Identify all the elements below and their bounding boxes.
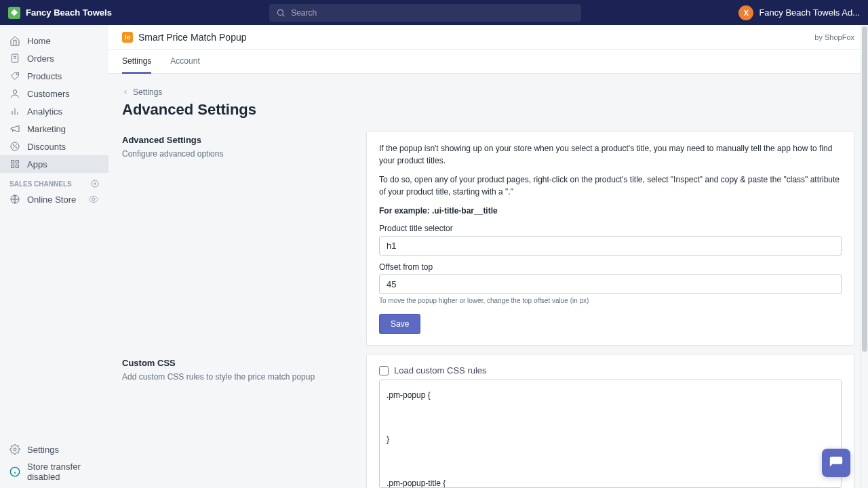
nav-apps[interactable]: Apps xyxy=(0,155,108,173)
orders-icon xyxy=(9,53,20,64)
load-css-checkbox-row[interactable]: Load custom CSS rules xyxy=(379,365,842,375)
nav-label: Analytics xyxy=(27,106,62,117)
tab-account[interactable]: Account xyxy=(170,50,199,73)
discounts-icon xyxy=(9,141,20,152)
svg-rect-17 xyxy=(16,165,18,167)
save-advanced-button[interactable]: Save xyxy=(379,314,420,334)
online-store-icon xyxy=(9,194,20,205)
chat-widget-button[interactable] xyxy=(822,449,850,477)
shopify-logo-icon xyxy=(8,7,20,19)
svg-rect-14 xyxy=(12,161,14,163)
custom-css-card: Load custom CSS rules .pm-popup { } .pm-… xyxy=(366,354,854,488)
load-css-label: Load custom CSS rules xyxy=(394,365,487,375)
view-store-icon[interactable] xyxy=(88,194,99,205)
svg-rect-15 xyxy=(16,161,18,163)
nav-label: Home xyxy=(27,36,51,46)
section-advanced-desc: Configure advanced options xyxy=(122,149,353,159)
chat-icon xyxy=(829,455,844,470)
chevron-left-icon xyxy=(122,89,129,96)
svg-point-12 xyxy=(13,144,14,145)
nav-label: Products xyxy=(27,71,62,81)
app-title: Smart Price Match Popup xyxy=(138,32,247,43)
nav-analytics[interactable]: Analytics xyxy=(0,102,108,120)
svg-point-5 xyxy=(16,74,17,75)
nav-label: Settings xyxy=(27,445,59,455)
nav-orders[interactable]: Orders xyxy=(0,49,108,67)
app-byline: by ShopFox xyxy=(814,33,854,41)
advanced-help-p2: To do so, open any of your product pages… xyxy=(379,174,842,198)
avatar: X xyxy=(738,5,753,20)
apps-icon xyxy=(9,159,20,169)
nav-label: Discounts xyxy=(27,142,66,152)
page-title: Advanced Settings xyxy=(122,101,854,119)
tabs: Settings Account xyxy=(108,50,868,74)
advanced-example: For example: .ui-title-bar__title xyxy=(379,205,842,217)
section-css-title: Custom CSS xyxy=(122,358,353,368)
nav-store-transfer[interactable]: Store transfer disabled xyxy=(0,458,108,485)
marketing-icon xyxy=(9,123,20,134)
search-placeholder: Search xyxy=(291,8,317,18)
search-input[interactable]: Search xyxy=(269,4,581,22)
tab-settings[interactable]: Settings xyxy=(122,50,151,74)
nav-online-store[interactable]: Online Store xyxy=(0,190,108,208)
breadcrumb-back[interactable]: Settings xyxy=(122,87,854,97)
search-icon xyxy=(276,8,285,18)
customers-icon xyxy=(9,88,20,99)
svg-point-0 xyxy=(277,9,283,15)
product-title-selector-input[interactable] xyxy=(379,236,842,256)
load-css-checkbox[interactable] xyxy=(379,366,389,375)
svg-point-23 xyxy=(14,448,16,451)
app-icon: Io xyxy=(122,32,133,43)
account-label: Fancy Beach Towels Ad... xyxy=(759,7,860,18)
offset-top-input[interactable] xyxy=(379,274,842,294)
nav-products[interactable]: Products xyxy=(0,67,108,85)
gear-icon xyxy=(9,444,20,455)
advanced-settings-card: If the popup isn't showing up on your st… xyxy=(366,131,854,346)
svg-point-6 xyxy=(13,90,16,94)
info-icon xyxy=(9,466,20,477)
advanced-help-p1: If the popup isn't showing up on your st… xyxy=(379,142,842,167)
svg-point-13 xyxy=(16,147,16,148)
main-content: Io Smart Price Match Popup by ShopFox Se… xyxy=(108,25,868,488)
nav-label: Customers xyxy=(27,89,70,99)
nav-home[interactable]: Home xyxy=(0,32,108,49)
nav-label: Online Store xyxy=(27,195,76,205)
section-advanced-title: Advanced Settings xyxy=(122,135,353,145)
nav-customers[interactable]: Customers xyxy=(0,85,108,102)
sidebar: Home Orders Products Customers Analytics… xyxy=(0,25,108,488)
section-css-desc: Add custom CSS rules to style the price … xyxy=(122,372,353,382)
scrollbar[interactable] xyxy=(861,25,868,488)
svg-point-22 xyxy=(92,198,95,201)
nav-label: Orders xyxy=(27,54,54,64)
sales-channels-heading: SALES CHANNELS xyxy=(0,173,108,190)
products-icon xyxy=(9,70,20,81)
offset-top-label: Offset from top xyxy=(379,262,842,272)
add-channel-icon[interactable] xyxy=(91,180,99,188)
nav-discounts[interactable]: Discounts xyxy=(0,138,108,155)
account-menu[interactable]: X Fancy Beach Towels Ad... xyxy=(738,5,860,20)
nav-label: Apps xyxy=(27,159,47,169)
breadcrumb-label: Settings xyxy=(133,87,162,97)
analytics-icon xyxy=(9,106,20,117)
svg-rect-16 xyxy=(12,165,14,167)
store-name[interactable]: Fancy Beach Towels xyxy=(26,7,112,18)
svg-line-1 xyxy=(283,14,285,16)
nav-label: Store transfer disabled xyxy=(27,462,99,482)
product-title-selector-label: Product title selector xyxy=(379,224,842,233)
scrollbar-thumb[interactable] xyxy=(862,26,867,352)
nav-label: Marketing xyxy=(27,124,66,134)
custom-css-textarea[interactable]: .pm-popup { } .pm-popup-title { } .pm-po… xyxy=(379,380,842,488)
home-icon xyxy=(9,35,20,46)
nav-marketing[interactable]: Marketing xyxy=(0,120,108,138)
offset-hint: To move the popup higher or lower, chang… xyxy=(379,297,842,304)
app-header: Io Smart Price Match Popup by ShopFox xyxy=(108,25,868,50)
nav-settings[interactable]: Settings xyxy=(0,441,108,458)
topbar: Fancy Beach Towels Search X Fancy Beach … xyxy=(0,0,868,25)
